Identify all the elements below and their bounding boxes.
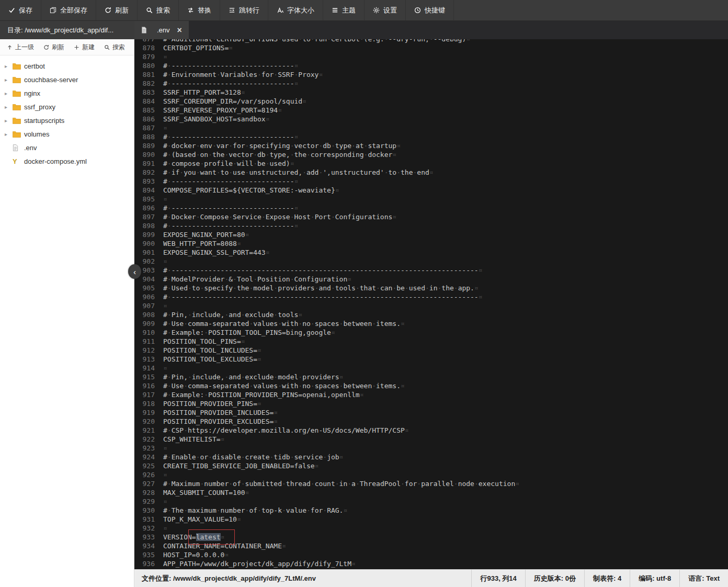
code-line-918[interactable]: 918POSITION_PROVIDER_PINS=¤ [134,399,728,408]
code-line-886[interactable]: 886SSRF_SANDBOX_HOST=sandbox¤ [134,115,728,123]
code-line-900[interactable]: 900WEB_HTTP_PORT=8088¤ [134,239,728,248]
code-line-923[interactable]: 923¤ [134,444,728,453]
folder-icon [13,104,24,110]
code-line-915[interactable]: 915#·Pin,·include,·and·exclude·model·pro… [134,372,728,381]
code-line-896[interactable]: 896#·------------------------------¤ [134,204,728,212]
code-line-887[interactable]: 887¤ [134,123,728,132]
code-line-905[interactable]: 905#·Used·to·specify·the·model·providers… [134,284,728,292]
code-line-901[interactable]: 901EXPOSE_NGINX_SSL_PORT=443¤ [134,248,728,257]
code-line-898[interactable]: 898#·------------------------------¤ [134,221,728,230]
tab-env[interactable]: .env × [134,21,189,39]
theme-button[interactable]: 主题 [323,0,365,20]
tree-item-.env[interactable]: .env [0,141,134,154]
code-line-879[interactable]: 879¤ [134,52,728,61]
code-line-910[interactable]: 910#·Example:·POSITION_TOOL_PINS=bing,go… [134,328,728,337]
code-line-913[interactable]: 913POSITION_TOOL_EXCLUDES=¤ [134,355,728,364]
chevron-right-icon[interactable]: ▸ [5,131,13,137]
chevron-right-icon[interactable]: ▸ [5,91,13,96]
tree-item-ssrf_proxy[interactable]: ▸ssrf_proxy [0,100,134,114]
code-line-917[interactable]: 917#·Example:·POSITION_PROVIDER_PINS=ope… [134,390,728,399]
shortcut-button[interactable]: 快捷键 [406,0,454,20]
code-line-928[interactable]: 928MAX_SUBMIT_COUNT=100¤ [134,488,728,497]
code-line-909[interactable]: 909#·Use·comma-separated·values·with·no·… [134,319,728,328]
code-line-893[interactable]: 893#·------------------------------¤ [134,177,728,186]
code-line-892[interactable]: 892#·if·you·want·to·use·unstructured,·ad… [134,168,728,177]
code-line-880[interactable]: 880#·------------------------------¤ [134,61,728,70]
code-line-881[interactable]: 881#·Environment·Variables·for·SSRF·Prox… [134,70,728,79]
code-line-920[interactable]: 920POSITION_PROVIDER_EXCLUDES=¤ [134,417,728,426]
code-line-902[interactable]: 902¤ [134,257,728,266]
save-button[interactable]: 保存 [0,0,41,20]
code-line-931[interactable]: 931TOP_K_MAX_VALUE=10¤ [134,515,728,524]
code-line-903[interactable]: 903#·-----------------------------------… [134,266,728,275]
refresh-button[interactable]: 刷新 [96,0,138,20]
cursor-position[interactable]: 行933, 列14 [471,570,525,587]
code-line-914[interactable]: 914¤ [134,364,728,372]
collapse-sidebar-button[interactable]: ‹ [128,264,141,279]
encoding[interactable]: 编码: utf-8 [630,570,679,587]
code-line-921[interactable]: 921#·CSP·https://developer.mozilla.org/e… [134,426,728,435]
code-line-926[interactable]: 926¤ [134,470,728,479]
settings-button[interactable]: 设置 [365,0,406,20]
button-label: 保存 [19,6,32,15]
code-line-927[interactable]: 927#·Maximum·number·of·submitted·thread·… [134,479,728,488]
code-line-929[interactable]: 929¤ [134,497,728,506]
code-line-877[interactable]: 877#·Additional·CERTBOT_OPTIONS·used·to·… [134,39,728,43]
code-line-889[interactable]: 889#·docker·env·var·for·specifying·vecto… [134,141,728,150]
goto-line-button[interactable]: 跳转行 [220,0,268,20]
chevron-right-icon[interactable]: ▸ [5,118,13,123]
code-line-884[interactable]: 884SSRF_COREDUMP_DIR=/var/spool/squid¤ [134,97,728,106]
code-line-888[interactable]: 888#·------------------------------¤ [134,132,728,141]
code-line-897[interactable]: 897#·Docker·Compose·Service·Expose·Host·… [134,212,728,221]
chevron-right-icon[interactable]: ▸ [5,63,13,69]
chevron-right-icon[interactable]: ▸ [5,77,13,83]
replace-button[interactable]: 替换 [179,0,220,20]
tree-item-startupscripts[interactable]: ▸startupscripts [0,114,134,127]
code-line-924[interactable]: 924#·Enable·or·disable·create·tidb·servi… [134,453,728,461]
font-size-button[interactable]: 字体大小 [268,0,323,20]
code-line-916[interactable]: 916#·Use·comma-separated·values·with·no·… [134,381,728,390]
code-line-906[interactable]: 906#·-----------------------------------… [134,292,728,301]
tree-item-certbot[interactable]: ▸certbot [0,59,134,73]
code-line-934[interactable]: 934CONTAINER_NAME=CONTAINER_NAME¤ [134,541,728,550]
code-line-899[interactable]: 899EXPOSE_NGINX_PORT=80¤ [134,230,728,239]
tree-item-nginx[interactable]: ▸nginx [0,86,134,100]
code-line-882[interactable]: 882#·------------------------------¤ [134,79,728,88]
code-line-936[interactable]: 936APP_PATH=/www/dk_project/dk_app/dify/… [134,559,728,568]
language[interactable]: 语言: Text [679,570,728,587]
code-line-885[interactable]: 885SSRF_REVERSE_PROXY_PORT=8194¤ [134,106,728,115]
tab-size[interactable]: 制表符: 4 [584,570,630,587]
tree-item-docker-compose.yml[interactable]: Ydocker-compose.yml [0,154,134,168]
code-line-922[interactable]: 922CSP_WHITELIST=¤ [134,435,728,444]
search-button[interactable]: 搜索 [99,41,130,54]
code-line-883[interactable]: 883SSRF_HTTP_PORT=3128¤ [134,88,728,97]
code-line-919[interactable]: 919POSITION_PROVIDER_INCLUDES=¤ [134,408,728,417]
code-line-912[interactable]: 912POSITION_TOOL_INCLUDES=¤ [134,346,728,355]
tree-item-couchbase-server[interactable]: ▸couchbase-server [0,73,134,86]
up-button[interactable]: 上一级 [2,41,39,54]
code-line-878[interactable]: 878CERTBOT_OPTIONS=¤ [134,43,728,52]
code-line-894[interactable]: 894COMPOSE_PROFILES=${VECTOR_STORE:-weav… [134,186,728,195]
history-version[interactable]: 历史版本: 0份 [525,570,584,587]
plus-button[interactable]: 新建 [69,41,99,54]
code-line-891[interactable]: 891#·compose·profile·will·be·used)¤ [134,159,728,168]
code-line-930[interactable]: 930#·The·maximum·number·of·top-k·value·f… [134,506,728,515]
save-all-button[interactable]: 全部保存 [41,0,96,20]
code-line-932[interactable]: 932¤ [134,524,728,533]
code-line-933[interactable]: 933VERSION=latest¤ [134,533,728,541]
code-editor[interactable]: 877#·Additional·CERTBOT_OPTIONS·used·to·… [134,39,728,569]
code-line-935[interactable]: 935HOST_IP=0.0.0.0¤ [134,550,728,559]
search-button[interactable]: 搜索 [138,0,179,20]
refresh-button[interactable]: 刷新 [39,41,69,54]
chevron-right-icon[interactable]: ▸ [5,104,13,110]
code-line-907[interactable]: 907¤ [134,301,728,310]
code-line-895[interactable]: 895¤ [134,195,728,204]
code-line-911[interactable]: 911POSITION_TOOL_PINS=¤ [134,337,728,346]
code-line-908[interactable]: 908#·Pin,·include,·and·exclude·tools¤ [134,310,728,319]
code-line-904[interactable]: 904#·ModelProvider·&·Tool·Position·Confi… [134,275,728,284]
line-text: ¤ [163,195,167,204]
tree-item-volumes[interactable]: ▸volumes [0,127,134,141]
code-line-925[interactable]: 925CREATE_TIDB_SERVICE_JOB_ENABLED=false… [134,461,728,470]
close-icon[interactable]: × [177,26,182,35]
code-line-890[interactable]: 890#·(based·on·the·vector·db·type,·the·c… [134,150,728,159]
